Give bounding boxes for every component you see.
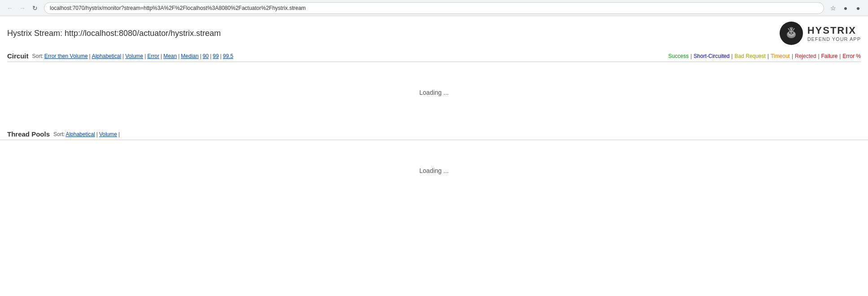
circuit-sort-label: Sort: — [32, 53, 44, 59]
menu-button[interactable]: ● — [853, 3, 864, 13]
page-content: Hystrix Stream: http://localhost:8080/ac… — [0, 16, 868, 201]
profile-button[interactable]: ● — [840, 3, 851, 13]
thread-pools-sort-label: Sort: — [53, 131, 65, 137]
thread-sort-volume[interactable]: Volume — [99, 131, 117, 137]
forward-button[interactable]: → — [17, 3, 28, 13]
legend-short-circuited: Short-Circuited — [694, 53, 729, 59]
brand-tagline: Defend Your App — [807, 36, 861, 42]
hystrix-logo-icon — [780, 22, 803, 45]
svg-point-8 — [789, 32, 791, 34]
page-header: Hystrix Stream: http://localhost:8080/ac… — [0, 16, 868, 49]
svg-point-12 — [790, 34, 792, 35]
circuit-sort-controls: Sort: Error then Volume | Alphabetical |… — [32, 53, 234, 59]
circuit-legend: Success | Short-Circuited | Bad Request … — [668, 53, 861, 59]
sort-99[interactable]: 99 — [213, 53, 218, 59]
sort-error-then-volume[interactable]: Error then Volume — [44, 53, 88, 59]
svg-point-11 — [792, 32, 793, 33]
browser-action-buttons: ☆ ● ● — [828, 3, 864, 13]
sort-99-5[interactable]: 99.5 — [223, 53, 233, 59]
circuit-section-header: Circuit Sort: Error then Volume | Alphab… — [7, 52, 861, 62]
thread-pools-loading-text: Loading ... — [0, 140, 868, 201]
back-button[interactable]: ← — [4, 3, 15, 13]
sort-alphabetical[interactable]: Alphabetical — [92, 53, 121, 59]
legend-rejected: Rejected — [795, 53, 816, 59]
legend-success: Success — [668, 53, 689, 59]
brand-name: Hystrix — [807, 25, 861, 36]
circuit-section: Circuit Sort: Error then Volume | Alphab… — [0, 49, 868, 127]
thread-pools-sort-controls: Sort: Alphabetical | Volume | — [53, 131, 120, 137]
sort-volume[interactable]: Volume — [125, 53, 143, 59]
legend-bad-request: Bad Request — [734, 53, 765, 59]
hystrix-logo-text: Hystrix Defend Your App — [807, 25, 861, 42]
svg-point-10 — [789, 32, 790, 33]
thread-pools-section-header: Thread Pools Sort: Alphabetical | Volume… — [0, 127, 868, 140]
browser-chrome: ← → ↻ ☆ ● ● — [0, 0, 868, 16]
nav-buttons: ← → ↻ — [4, 3, 40, 13]
page-title: Hystrix Stream: http://localhost:8080/ac… — [7, 29, 221, 38]
address-bar[interactable] — [44, 2, 824, 14]
circuit-loading-text: Loading ... — [7, 62, 861, 123]
bookmark-button[interactable]: ☆ — [828, 3, 838, 13]
hystrix-mascot-icon — [782, 24, 801, 43]
sort-90[interactable]: 90 — [203, 53, 209, 59]
legend-error-pct: Error % — [842, 53, 861, 59]
sort-error[interactable]: Error — [147, 53, 159, 59]
hystrix-logo: Hystrix Defend Your App — [780, 22, 861, 45]
legend-timeout: Timeout — [771, 53, 790, 59]
svg-point-9 — [792, 32, 794, 34]
reload-button[interactable]: ↻ — [30, 3, 40, 13]
circuit-section-title: Circuit — [7, 52, 29, 60]
thread-pools-section-title: Thread Pools — [7, 130, 50, 138]
thread-sort-alphabetical[interactable]: Alphabetical — [65, 131, 95, 137]
legend-failure: Failure — [821, 53, 838, 59]
sort-median[interactable]: Median — [181, 53, 198, 59]
sort-mean[interactable]: Mean — [163, 53, 177, 59]
